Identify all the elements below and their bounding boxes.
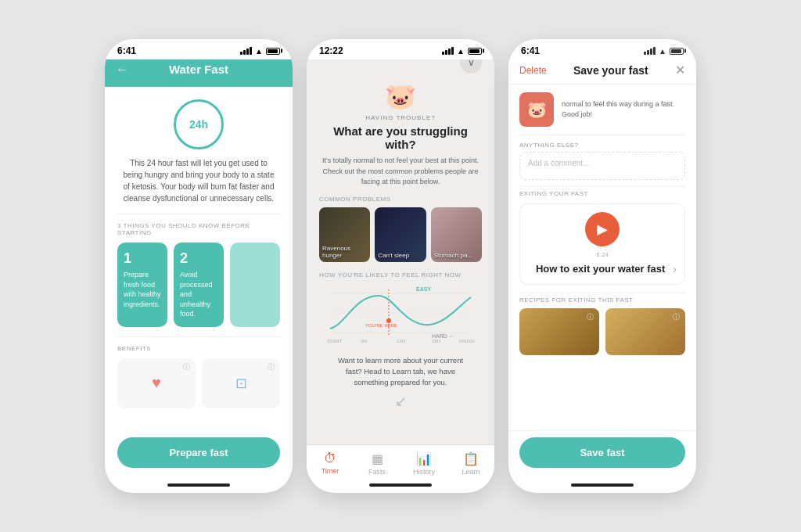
video-chevron-icon: › [673, 263, 677, 275]
tip-text-2: Avoid processed and unhealthy food. [180, 270, 217, 319]
phone1-title: Water Fast [169, 63, 228, 76]
benefit-card-heart: ♥ ⓘ [117, 358, 196, 408]
struggle-title: What are you struggling with? [307, 124, 494, 151]
phone3-header: Delete Save your fast ✕ [508, 59, 696, 84]
nav-timer[interactable]: ⏱ Timer [307, 451, 354, 476]
arrow-down-icon: ↙ [395, 393, 407, 410]
recipe-thumb-1[interactable]: ⓘ [519, 308, 599, 355]
tip-number-2: 2 [180, 250, 217, 267]
time-2: 12:22 [319, 45, 343, 56]
save-fast-button[interactable]: Save fast [519, 437, 685, 468]
phone2-content: ∨ 🐷 HAVING TROUBLE? What are you struggl… [307, 59, 494, 444]
tip-card-3 [230, 243, 280, 327]
status-bar-1: 6:41 ▲ [105, 39, 293, 59]
battery-icon-3 [670, 48, 684, 55]
fast-summary: 🐷 normal to feel this way during a fast.… [508, 84, 696, 135]
tip-card-2: 2 Avoid processed and unhealthy food. [174, 243, 224, 327]
benefits-row: ♥ ⓘ ⊡ ⓘ [117, 358, 280, 408]
exiting-label: EXITING YOUR FAST [508, 187, 696, 203]
video-row: How to exit your water fast › [528, 263, 677, 276]
delete-button[interactable]: Delete [519, 65, 547, 76]
status-icons-1: ▲ [240, 47, 280, 56]
phone3-content: 🐷 normal to feel this way during a fast.… [508, 84, 696, 430]
problem-sleep[interactable]: Can't sleep [375, 207, 426, 262]
svg-point-12 [386, 318, 391, 323]
common-problems-label: COMMON PROBLEMS [307, 196, 391, 203]
tips-row: 1 Prepare fresh food with healthy ingred… [117, 243, 280, 327]
phone1-content: 24h This 24 hour fast will let you get u… [105, 87, 293, 430]
nav-history-label: History [413, 468, 435, 476]
learn-nav-icon: 📋 [463, 451, 479, 466]
home-indicator-3 [571, 483, 634, 487]
fast-thumbnail: 🐷 [519, 92, 554, 127]
recipe-thumb-2[interactable]: ⓘ [605, 308, 685, 355]
svg-text:HARD ←: HARD ← [432, 333, 454, 339]
history-nav-icon: 📊 [416, 451, 432, 466]
wifi-icon-3: ▲ [659, 47, 666, 56]
chart-area: EASY HARD ← START 6H 12H 18H FINISH YOU'… [307, 282, 494, 347]
phone2-nav: ⏱ Timer ▦ Fasts 📊 History 📋 Learn [307, 444, 494, 479]
play-button[interactable]: ▶ [585, 212, 620, 246]
nav-fasts[interactable]: ▦ Fasts [354, 451, 400, 476]
video-duration: 6:24 [596, 251, 609, 258]
svg-text:12H: 12H [397, 339, 405, 343]
fast-info-text: normal to feel this way during a fast. G… [562, 99, 685, 120]
want-more-text: Want to learn more about your current fa… [307, 355, 494, 389]
save-fast-title: Save your fast [573, 64, 648, 77]
prepare-button[interactable]: Prepare fast [117, 437, 280, 468]
phone-3: 6:41 ▲ Delete Save your fast ✕ 🐷 normal … [508, 39, 696, 493]
tip-card-1: 1 Prepare fresh food with healthy ingred… [117, 243, 167, 327]
recipe-info-icon-1[interactable]: ⓘ [587, 312, 594, 322]
svg-text:FINISH: FINISH [459, 339, 475, 343]
divider-2 [117, 336, 280, 337]
battery-icon-2 [468, 48, 482, 55]
status-bar-2: 12:22 ▲ [307, 39, 494, 59]
fasts-nav-icon: ▦ [372, 451, 383, 466]
close-button[interactable]: ✕ [675, 63, 685, 77]
info-icon-heart[interactable]: ⓘ [183, 362, 190, 372]
phone1-header: ← Water Fast [105, 59, 293, 87]
sleep-label: Can't sleep [378, 252, 409, 259]
feeling-chart: EASY HARD ← START 6H 12H 18H FINISH YOU'… [319, 282, 482, 344]
info-icon-scale[interactable]: ⓘ [268, 362, 275, 372]
phone3-footer: Save fast [508, 430, 696, 479]
problem-hunger[interactable]: Ravenous hunger [319, 207, 370, 262]
video-info: How to exit your water fast [528, 263, 673, 276]
feel-label: HOW YOU'RE LIKELY TO FEEL RIGHT NOW [307, 271, 461, 279]
recipes-row: ⓘ ⓘ [508, 308, 696, 355]
phone-2: 12:22 ▲ ∨ 🐷 HAVING TROUBLE? What are you… [307, 39, 494, 493]
nav-learn[interactable]: 📋 Learn [447, 451, 494, 476]
svg-text:START: START [327, 339, 342, 343]
nav-history[interactable]: 📊 History [400, 451, 447, 476]
battery-icon-1 [266, 48, 280, 55]
benefit-card-scale: ⊡ ⓘ [202, 358, 280, 408]
hunger-image: Ravenous hunger [319, 207, 370, 262]
comment-placeholder: Add a comment... [528, 159, 589, 167]
recipes-label: RECIPES FOR EXITING THIS FAST [508, 293, 696, 308]
dropdown-button[interactable]: ∨ [460, 59, 482, 74]
signal-icon-3 [644, 47, 656, 55]
comment-input[interactable]: Add a comment... [519, 152, 685, 180]
video-card[interactable]: ▶ 6:24 How to exit your water fast › [519, 203, 685, 285]
status-icons-2: ▲ [442, 47, 482, 56]
signal-icon-2 [442, 47, 454, 55]
phone1-description: This 24 hour fast will let you get used … [117, 157, 280, 204]
hunger-label: Ravenous hunger [322, 245, 367, 259]
trouble-label: HAVING TROUBLE? [365, 114, 435, 121]
problem-stomach[interactable]: Stomach pa... [431, 207, 482, 262]
nav-fasts-label: Fasts [368, 468, 386, 476]
home-indicator-1 [167, 483, 230, 487]
home-indicator-2 [369, 483, 432, 487]
svg-text:EASY: EASY [416, 286, 431, 292]
divider-1 [117, 214, 280, 214]
recipe-info-icon-2[interactable]: ⓘ [673, 312, 680, 322]
timer-circle: 24h [174, 99, 224, 149]
tip-number-1: 1 [124, 250, 161, 267]
status-bar-3: 6:41 ▲ [508, 39, 696, 59]
wifi-icon-1: ▲ [255, 47, 263, 56]
sleep-image: Can't sleep [375, 207, 426, 262]
back-arrow[interactable]: ← [116, 63, 128, 77]
status-icons-3: ▲ [644, 47, 684, 56]
tip-text-1: Prepare fresh food with healthy ingredie… [124, 270, 161, 309]
stomach-label: Stomach pa... [434, 252, 472, 259]
